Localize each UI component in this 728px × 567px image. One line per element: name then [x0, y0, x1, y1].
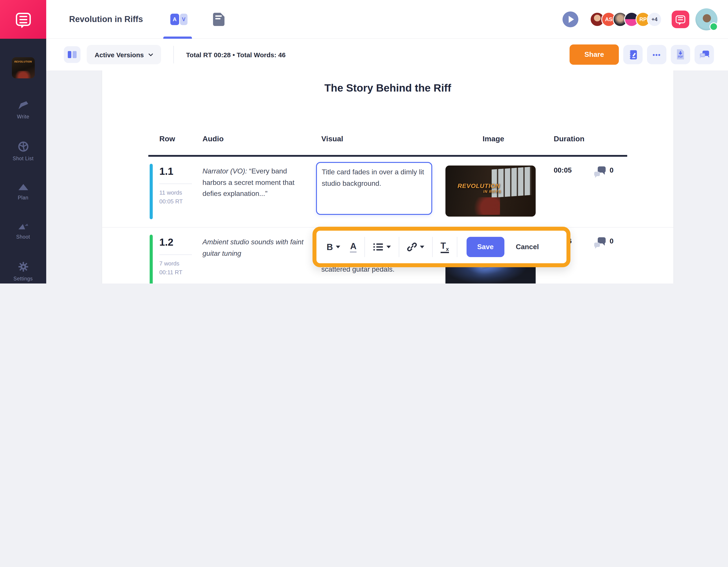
sidebar-item-write[interactable]: Write	[0, 100, 46, 119]
audio-speaker: Narrator (VO):	[202, 167, 247, 175]
tab-av-script[interactable]: A V	[170, 0, 188, 39]
active-versions-dropdown[interactable]: Active Versions	[87, 45, 161, 64]
col-duration: Duration	[541, 135, 572, 144]
row-number: 1.1	[159, 166, 202, 177]
divider	[364, 237, 365, 257]
runtime: 00:05 RT	[159, 197, 192, 206]
script-row-1-1: 1.1 11 words 00:05 RT Narrator (VO): “Ev…	[102, 157, 673, 228]
segment-title: The Story Behind the Riff	[102, 70, 673, 94]
av-script-icon: A V	[170, 13, 188, 25]
app-root: Revolution in Riffs A V AS RP +4	[0, 0, 728, 283]
gear-icon	[18, 261, 28, 272]
sidebar: REVOLUTION Write Shot List Plan	[0, 39, 46, 283]
clear-formatting-button[interactable]: Tx	[436, 236, 454, 258]
row-meta: 7 words 00:11 RT	[159, 254, 192, 277]
chevron-down-icon	[336, 246, 340, 248]
share-button[interactable]: Share	[570, 44, 619, 65]
image-cell[interactable]: REVOLUTIONIN RIFFS	[445, 166, 541, 217]
bulleted-list-icon	[373, 243, 383, 251]
topbar-right-cluster: AS RP +4	[563, 8, 728, 30]
col-image: Image	[445, 135, 541, 144]
script-toolbar: Active Versions Total RT 00:28 • Total W…	[46, 39, 728, 70]
divider	[173, 46, 174, 63]
link-icon	[407, 242, 417, 252]
visual-editor-textarea[interactable]: Title card fades in over a dimly lit stu…	[316, 162, 432, 215]
comments-panel-button[interactable]	[695, 45, 714, 64]
divider	[399, 237, 399, 257]
word-count: 11 words	[159, 188, 192, 197]
link-button[interactable]	[402, 236, 429, 258]
sidebar-item-shot-list[interactable]: Shot List	[0, 141, 46, 161]
shutter-icon	[18, 141, 28, 152]
row-number-cell: 1.1 11 words 00:05 RT	[159, 166, 202, 217]
triangle-icon	[17, 183, 29, 191]
studiobinder-chat-button[interactable]	[672, 10, 689, 28]
table-header-rule	[148, 155, 627, 157]
divider	[457, 237, 457, 257]
tab-document[interactable]	[213, 0, 224, 39]
total-rt-words: Total RT 00:28 • Total Words: 46	[186, 51, 285, 58]
sidebar-item-plan[interactable]: Plan	[0, 183, 46, 200]
notebook-icon	[628, 49, 638, 60]
save-button[interactable]: Save	[467, 237, 504, 257]
ellipsis-icon: •••	[653, 51, 661, 58]
chat-bubbles-icon	[699, 50, 710, 59]
speech-bubble-icon	[16, 13, 31, 26]
avatar-overflow-count[interactable]: +4	[647, 12, 662, 27]
title-card-subtext: IN RIFFS	[453, 190, 505, 194]
text-color-button[interactable]: A	[345, 236, 361, 258]
user-avatar[interactable]	[695, 8, 717, 30]
comment-bubbles-icon	[594, 237, 606, 247]
notebook-button[interactable]	[623, 45, 643, 64]
audio-cell[interactable]: Ambient studio sounds with faint guitar …	[202, 236, 321, 283]
export-pdf-button[interactable]: PDF	[671, 45, 690, 64]
title-card-text: REVOLUTION	[458, 182, 500, 190]
comments-cell[interactable]: 0	[594, 166, 673, 176]
divider	[432, 237, 433, 257]
sidebar-item-settings[interactable]: Settings	[0, 261, 46, 281]
format-toolbar-highlighted: B A	[313, 227, 570, 267]
col-audio: Audio	[202, 135, 321, 144]
duration-value[interactable]: 00:05	[541, 166, 572, 217]
chevron-down-icon	[420, 246, 424, 248]
cancel-button[interactable]: Cancel	[516, 243, 539, 251]
shot-image[interactable]: REVOLUTIONIN RIFFS	[445, 166, 536, 217]
runtime: 00:11 RT	[159, 268, 192, 277]
sidebar-nav: Write Shot List Plan Shoo	[0, 100, 46, 283]
table-header: Row Audio Visual Image Duration	[102, 135, 673, 144]
comment-count: 0	[610, 237, 614, 245]
col-visual: Visual	[321, 135, 445, 144]
sidebar-item-shoot[interactable]: Shoot	[0, 222, 46, 239]
pdf-download-icon: PDF	[676, 49, 685, 60]
chevron-down-icon	[148, 53, 153, 56]
comment-count: 0	[610, 166, 614, 174]
chevron-down-icon	[386, 246, 391, 248]
comments-cell[interactable]: 0	[594, 236, 673, 247]
top-bar: Revolution in Riffs A V AS RP +4	[0, 0, 728, 39]
bold-button[interactable]: B	[322, 236, 345, 258]
audio-text: Ambient studio sounds with faint guitar …	[202, 238, 303, 257]
document-icon	[213, 13, 224, 26]
comment-bubbles-icon	[594, 166, 606, 176]
row-number: 1.2	[159, 236, 202, 248]
pen-icon	[17, 100, 29, 110]
project-title: Revolution in Riffs	[69, 14, 143, 24]
play-button[interactable]	[563, 11, 578, 27]
col-row: Row	[159, 135, 202, 144]
list-button[interactable]	[368, 236, 396, 258]
visual-cell[interactable]: Title card fades in over a dimly lit stu…	[321, 166, 445, 217]
layout-panels-button[interactable]	[64, 46, 81, 63]
script-page: The Story Behind the Riff Row Audio Visu…	[102, 70, 673, 283]
toolbar-right-cluster: Share ••• PDF	[570, 44, 728, 65]
collaborator-avatars[interactable]: AS RP +4	[590, 12, 662, 27]
audio-cell[interactable]: Narrator (VO): “Every band harbors a sec…	[202, 166, 321, 217]
more-options-button[interactable]: •••	[647, 45, 666, 64]
word-count: 7 words	[159, 259, 192, 268]
content-area: The Story Behind the Riff Row Audio Visu…	[46, 70, 728, 283]
studiobinder-logo[interactable]	[0, 0, 46, 39]
project-thumbnail[interactable]: REVOLUTION	[12, 57, 35, 78]
speech-bubble-icon	[676, 15, 685, 23]
row-number-cell: 1.2 7 words 00:11 RT	[159, 236, 202, 283]
svg-text:PDF: PDF	[678, 55, 683, 58]
row-meta: 11 words 00:05 RT	[159, 184, 192, 206]
